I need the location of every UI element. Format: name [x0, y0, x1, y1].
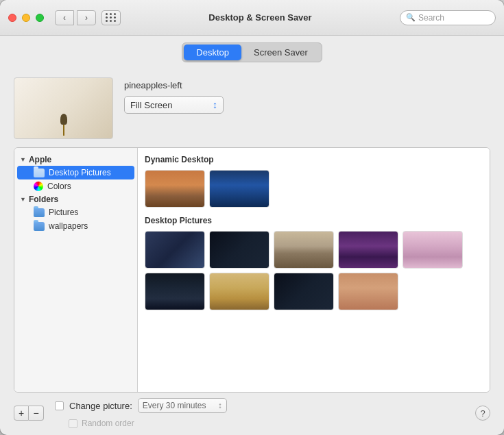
- fill-mode-select[interactable]: Fill Screen ↕: [124, 96, 224, 114]
- collapse-icon-2: ▼: [20, 196, 26, 203]
- thumbnail-dp-1[interactable]: [145, 231, 205, 269]
- sidebar-item-desktop-pictures[interactable]: Desktop Pictures: [17, 166, 134, 179]
- fill-mode-label: Fill Screen: [130, 100, 172, 110]
- tab-group: Desktop Screen Saver: [182, 42, 322, 62]
- interval-label: Every 30 minutes: [143, 401, 206, 410]
- tabs-area: Desktop Screen Saver: [0, 36, 504, 69]
- sidebar-item-wallpapers[interactable]: wallpapers: [17, 219, 134, 233]
- search-placeholder: Search: [418, 13, 444, 23]
- sidebar-section-folders-label: Folders: [29, 195, 58, 204]
- random-order-checkbox[interactable]: [69, 419, 77, 428]
- tree-icon: [59, 114, 69, 133]
- interval-select[interactable]: Every 30 minutes ↕: [138, 398, 227, 413]
- nav-buttons: ‹ ›: [55, 10, 96, 25]
- thumbnail-dp-4[interactable]: [338, 231, 398, 269]
- search-icon: 🔍: [406, 13, 416, 22]
- change-picture-label: Change picture:: [69, 401, 132, 411]
- sidebar: ▼ Apple Desktop Pictures Colors ▼ Folder…: [14, 148, 138, 392]
- sidebar-item-pictures[interactable]: Pictures: [17, 206, 134, 219]
- minimize-button[interactable]: [22, 14, 30, 22]
- random-order-label: Random order: [82, 419, 134, 428]
- change-picture-row: Change picture: Every 30 minutes ↕: [55, 398, 464, 413]
- thumbnail-dynamic-1[interactable]: [145, 170, 205, 208]
- back-button[interactable]: ‹: [55, 10, 74, 25]
- sidebar-item-desktop-pictures-label: Desktop Pictures: [49, 168, 111, 177]
- maximize-button[interactable]: [36, 14, 44, 22]
- bottom-area: ▼ Apple Desktop Pictures Colors ▼ Folder…: [14, 147, 490, 393]
- gallery-section-dynamic-title: Dynamic Desktop: [145, 155, 483, 164]
- thumbnail-dp-9[interactable]: [338, 273, 398, 310]
- window-controls: [8, 14, 44, 22]
- thumbnail-dp-7[interactable]: [209, 273, 269, 310]
- thumbnail-dp-2[interactable]: [209, 231, 269, 269]
- interval-arrow-icon: ↕: [218, 401, 222, 410]
- close-button[interactable]: [8, 14, 16, 22]
- app-window: ‹ › Desktop & Screen Saver 🔍 Search Desk…: [0, 0, 504, 435]
- thumbnail-dp-6[interactable]: [145, 273, 205, 310]
- thumbnail-dp-5[interactable]: [403, 231, 463, 269]
- thumbnail-dp-8[interactable]: [274, 273, 334, 310]
- thumbnail-dynamic-2[interactable]: [209, 170, 269, 208]
- search-box[interactable]: 🔍 Search: [400, 10, 496, 25]
- dynamic-desktop-grid: [145, 170, 483, 208]
- sidebar-item-pictures-label: Pictures: [49, 208, 78, 217]
- window-title: Desktop & Screen Saver: [121, 12, 400, 23]
- help-button[interactable]: ?: [475, 406, 490, 421]
- tab-desktop[interactable]: Desktop: [184, 45, 241, 60]
- collapse-icon: ▼: [20, 156, 26, 163]
- preview-filename: pineapples-left: [124, 80, 224, 90]
- add-remove-buttons: + −: [14, 406, 44, 421]
- sidebar-item-wallpapers-label: wallpapers: [49, 221, 88, 231]
- sidebar-section-apple-label: Apple: [29, 155, 51, 164]
- grid-icon: [106, 13, 117, 22]
- sidebar-section-apple[interactable]: ▼ Apple: [14, 153, 137, 166]
- gallery-section-desktop-title: Desktop Pictures: [145, 216, 483, 225]
- forward-button[interactable]: ›: [77, 10, 96, 25]
- desktop-pictures-grid: [145, 231, 483, 310]
- titlebar: ‹ › Desktop & Screen Saver 🔍 Search: [0, 0, 504, 36]
- fill-mode-arrow-icon: ↕: [213, 99, 217, 110]
- thumbnail-dp-3[interactable]: [274, 231, 334, 269]
- folder-icon-pictures: [34, 208, 45, 217]
- preview-image: [14, 77, 113, 139]
- main-content: pineapples-left Fill Screen ↕ ▼ Apple De…: [0, 69, 504, 435]
- tab-screensaver[interactable]: Screen Saver: [241, 45, 320, 60]
- folder-icon: [34, 169, 45, 177]
- colors-icon: [34, 182, 43, 191]
- bottom-bar: + − Change picture: Every 30 minutes ↕ R…: [14, 393, 490, 435]
- change-picture-controls: Change picture: Every 30 minutes ↕ Rando…: [55, 398, 464, 428]
- change-picture-checkbox[interactable]: [55, 401, 64, 410]
- sidebar-item-colors[interactable]: Colors: [17, 179, 134, 193]
- remove-button[interactable]: −: [29, 406, 44, 421]
- grid-view-button[interactable]: [101, 10, 121, 25]
- sidebar-section-folders[interactable]: ▼ Folders: [14, 193, 137, 206]
- preview-info: pineapples-left Fill Screen ↕: [124, 77, 224, 114]
- add-button[interactable]: +: [14, 406, 29, 421]
- folder-icon-wallpapers: [34, 222, 45, 231]
- random-order-row: Random order: [69, 419, 464, 428]
- gallery: Dynamic Desktop Desktop Pictures: [138, 148, 490, 392]
- sidebar-item-colors-label: Colors: [47, 182, 71, 191]
- preview-area: pineapples-left Fill Screen ↕: [14, 69, 490, 147]
